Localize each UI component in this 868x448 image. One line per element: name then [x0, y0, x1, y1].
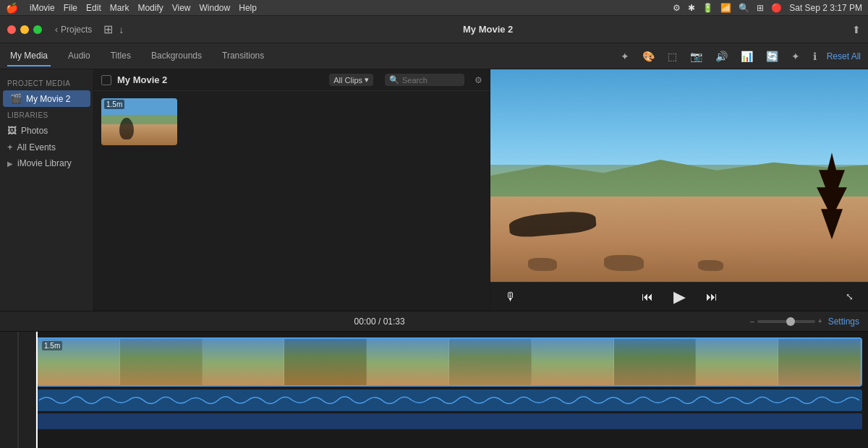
movie-icon: 🎬 [10, 93, 22, 104]
time-separator: / [378, 316, 383, 327]
menu-battery-icon: 🔋 [702, 3, 713, 13]
menu-people-icon: ⚙ [673, 3, 681, 13]
all-clips-label: All Clips [333, 76, 362, 85]
clip-duration-label: 1.5m [104, 100, 124, 109]
timeline-header: 00:00 / 01:33 – + Settings [0, 311, 868, 332]
video-frame-10 [778, 339, 861, 385]
clip-thumbnail[interactable]: 1.5m [101, 98, 177, 145]
menu-bluetooth-icon: ✱ [688, 3, 695, 13]
zoom-thumb[interactable] [786, 317, 795, 326]
video-frame-4 [284, 339, 367, 385]
all-clips-dropdown[interactable]: All Clips ▾ [329, 74, 373, 86]
timeline-zoom: – + [750, 317, 822, 325]
timeline-playhead[interactable] [36, 332, 38, 448]
video-frame-7 [532, 339, 614, 385]
search-input[interactable] [402, 76, 460, 85]
tab-backgrounds[interactable]: Backgrounds [148, 46, 205, 66]
select-all-checkbox[interactable] [101, 75, 111, 85]
tab-audio[interactable]: Audio [65, 46, 93, 66]
equalizer-tool-icon[interactable]: 📊 [738, 49, 756, 64]
video-strip[interactable]: 1.5m [36, 337, 862, 387]
microphone-button[interactable]: 🎙 [502, 288, 519, 306]
video-frame-9 [696, 339, 778, 385]
menu-view[interactable]: View [172, 3, 191, 13]
arrow-down-icon[interactable]: ↓ [119, 24, 124, 35]
audio-selection-bar [36, 413, 862, 429]
back-projects-button[interactable]: ‹ Projects [55, 25, 92, 35]
menu-window[interactable]: Window [200, 3, 231, 13]
share-icon[interactable]: ⬆ [852, 24, 861, 35]
sidebar-my-movie-label: My Movie 2 [26, 94, 70, 104]
apple-menu[interactable]: 🍎 [6, 2, 18, 14]
total-time: 01:33 [383, 316, 405, 327]
play-button[interactable]: ▶ [671, 285, 689, 309]
rock1 [528, 258, 557, 271]
search-bar: 🔍 [385, 74, 464, 86]
info-tool-icon[interactable]: ℹ [810, 49, 820, 64]
sidebar: PROJECT MEDIA 🎬 My Movie 2 LIBRARIES 🖼 P… [0, 69, 94, 311]
menu-siri-icon[interactable]: 🔴 [771, 3, 782, 13]
crop-tool-icon[interactable]: ⬚ [665, 49, 680, 64]
menu-control-center-icon[interactable]: ⊞ [757, 3, 764, 13]
maximize-button[interactable] [33, 25, 42, 34]
menu-help[interactable]: Help [239, 3, 257, 13]
menu-search-icon[interactable]: 🔍 [739, 3, 749, 13]
close-button[interactable] [7, 25, 16, 34]
menu-bar: 🍎 iMovie File Edit Mark Modify View Wind… [0, 0, 868, 16]
rock2 [604, 255, 644, 271]
volume-tool-icon[interactable]: 🔊 [712, 49, 731, 64]
media-clips-area: 1.5m [94, 91, 490, 311]
chevron-down-icon: ▾ [365, 75, 369, 85]
sky [490, 69, 868, 165]
toolbar: ‹ Projects ⊞ ↓ My Movie 2 ⬆ [0, 16, 868, 43]
current-time: 00:00 [354, 316, 376, 327]
tab-titles[interactable]: Titles [108, 46, 134, 66]
wand-tool-icon[interactable]: ✦ [618, 49, 632, 64]
sidebar-item-my-movie[interactable]: 🎬 My Movie 2 [3, 90, 90, 107]
menu-mark[interactable]: Mark [110, 3, 129, 13]
filter-tool-icon[interactable]: ✦ [788, 49, 803, 64]
timeline-tracks: 1.5m [0, 332, 868, 448]
expand-icon: ▶ [7, 160, 13, 168]
minimize-button[interactable] [20, 25, 29, 34]
sidebar-library-label: iMovie Library [17, 158, 72, 168]
sidebar-photos-label: Photos [21, 126, 48, 136]
waveform-svg [39, 391, 859, 410]
timeline-settings-button[interactable]: Settings [828, 316, 859, 327]
menu-imovie[interactable]: iMovie [30, 3, 55, 13]
back-label: Projects [61, 25, 92, 35]
fullscreen-button[interactable]: ⤡ [843, 288, 856, 305]
sidebar-all-events-label: All Events [17, 142, 56, 152]
menu-edit[interactable]: Edit [86, 3, 101, 13]
zoom-track[interactable] [757, 320, 815, 323]
sidebar-item-photos[interactable]: 🖼 Photos [0, 122, 93, 139]
zoom-minus-icon: – [750, 317, 754, 325]
speedometer-tool-icon[interactable]: 🔄 [763, 49, 781, 64]
menu-file[interactable]: File [64, 3, 77, 13]
skip-forward-button[interactable]: ⏭ [703, 288, 720, 306]
libraries-header: LIBRARIES [0, 107, 93, 122]
chevron-left-icon: ‹ [55, 25, 58, 35]
sidebar-item-imovie-library[interactable]: ▶ iMovie Library [0, 155, 93, 171]
stabilize-tool-icon[interactable]: 📷 [687, 49, 705, 64]
skip-back-button[interactable]: ⏮ [639, 288, 656, 306]
menu-modify[interactable]: Modify [137, 3, 163, 13]
timecode-display: 00:00 / 01:33 [9, 316, 750, 327]
tab-transitions[interactable]: Transitions [219, 46, 267, 66]
timeline-sidebar [0, 332, 36, 448]
video-frame-5 [367, 339, 449, 385]
color-tool-icon[interactable]: 🎨 [639, 49, 658, 64]
photos-icon: 🖼 [7, 125, 17, 136]
project-title: My Movie 2 [463, 24, 513, 35]
project-media-header: PROJECT MEDIA [0, 75, 93, 90]
sidebar-item-all-events[interactable]: + All Events [0, 139, 93, 155]
search-icon: 🔍 [389, 75, 399, 85]
media-panel-header: My Movie 2 All Clips ▾ 🔍 ⚙ [94, 69, 490, 91]
timeline-content[interactable]: 1.5m [36, 332, 868, 448]
media-settings-icon[interactable]: ⚙ [475, 75, 482, 85]
reset-all-button[interactable]: Reset All [827, 51, 861, 61]
tab-my-media[interactable]: My Media [7, 46, 51, 66]
tabs-bar: My Media Audio Titles Backgrounds Transi… [0, 43, 868, 69]
zoom-plus-icon: + [818, 317, 822, 325]
add-clip-icon[interactable]: ⊞ [103, 22, 113, 36]
